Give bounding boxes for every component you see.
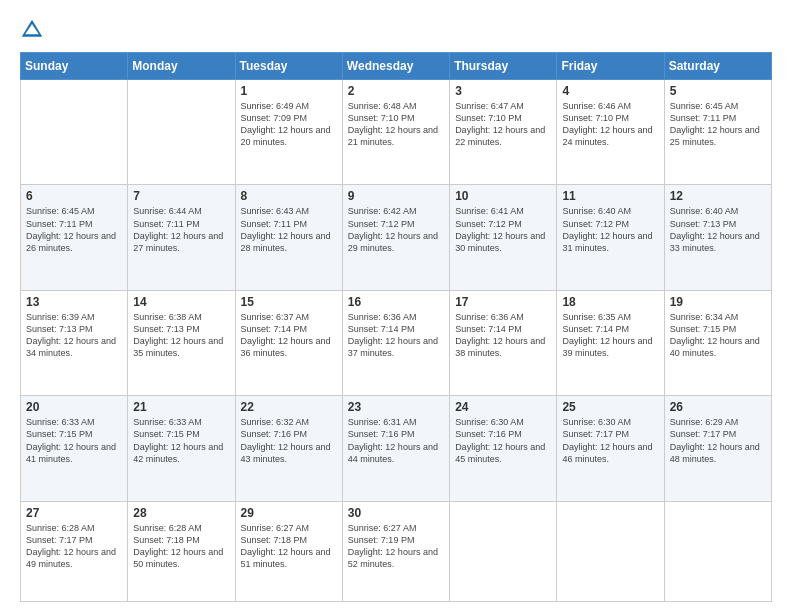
day-number: 30 [348,506,444,520]
calendar-cell: 17Sunrise: 6:36 AM Sunset: 7:14 PM Dayli… [450,290,557,395]
day-number: 2 [348,84,444,98]
day-number: 21 [133,400,229,414]
day-number: 12 [670,189,766,203]
cell-info: Sunrise: 6:34 AM Sunset: 7:15 PM Dayligh… [670,311,766,360]
cell-info: Sunrise: 6:30 AM Sunset: 7:16 PM Dayligh… [455,416,551,465]
day-number: 3 [455,84,551,98]
day-number: 29 [241,506,337,520]
calendar-cell: 7Sunrise: 6:44 AM Sunset: 7:11 PM Daylig… [128,185,235,290]
cell-info: Sunrise: 6:39 AM Sunset: 7:13 PM Dayligh… [26,311,122,360]
cell-info: Sunrise: 6:44 AM Sunset: 7:11 PM Dayligh… [133,205,229,254]
cell-info: Sunrise: 6:33 AM Sunset: 7:15 PM Dayligh… [26,416,122,465]
calendar-week-row: 13Sunrise: 6:39 AM Sunset: 7:13 PM Dayli… [21,290,772,395]
cell-info: Sunrise: 6:43 AM Sunset: 7:11 PM Dayligh… [241,205,337,254]
calendar-cell: 8Sunrise: 6:43 AM Sunset: 7:11 PM Daylig… [235,185,342,290]
calendar-cell: 28Sunrise: 6:28 AM Sunset: 7:18 PM Dayli… [128,501,235,601]
day-header: Sunday [21,53,128,80]
cell-info: Sunrise: 6:27 AM Sunset: 7:18 PM Dayligh… [241,522,337,571]
day-number: 14 [133,295,229,309]
calendar-cell: 26Sunrise: 6:29 AM Sunset: 7:17 PM Dayli… [664,396,771,501]
calendar-cell: 14Sunrise: 6:38 AM Sunset: 7:13 PM Dayli… [128,290,235,395]
day-number: 18 [562,295,658,309]
day-header: Saturday [664,53,771,80]
calendar-cell: 1Sunrise: 6:49 AM Sunset: 7:09 PM Daylig… [235,80,342,185]
calendar-cell: 21Sunrise: 6:33 AM Sunset: 7:15 PM Dayli… [128,396,235,501]
day-number: 27 [26,506,122,520]
day-number: 8 [241,189,337,203]
day-header: Monday [128,53,235,80]
cell-info: Sunrise: 6:41 AM Sunset: 7:12 PM Dayligh… [455,205,551,254]
day-number: 15 [241,295,337,309]
day-number: 17 [455,295,551,309]
calendar-cell: 27Sunrise: 6:28 AM Sunset: 7:17 PM Dayli… [21,501,128,601]
cell-info: Sunrise: 6:35 AM Sunset: 7:14 PM Dayligh… [562,311,658,360]
calendar-cell: 16Sunrise: 6:36 AM Sunset: 7:14 PM Dayli… [342,290,449,395]
header [20,18,772,42]
day-number: 19 [670,295,766,309]
calendar-cell: 30Sunrise: 6:27 AM Sunset: 7:19 PM Dayli… [342,501,449,601]
calendar-cell: 4Sunrise: 6:46 AM Sunset: 7:10 PM Daylig… [557,80,664,185]
calendar-cell: 24Sunrise: 6:30 AM Sunset: 7:16 PM Dayli… [450,396,557,501]
day-number: 7 [133,189,229,203]
day-number: 25 [562,400,658,414]
calendar-week-row: 20Sunrise: 6:33 AM Sunset: 7:15 PM Dayli… [21,396,772,501]
calendar-header-row: SundayMondayTuesdayWednesdayThursdayFrid… [21,53,772,80]
calendar-cell [664,501,771,601]
calendar-cell: 19Sunrise: 6:34 AM Sunset: 7:15 PM Dayli… [664,290,771,395]
logo-icon [20,18,44,42]
calendar-cell: 25Sunrise: 6:30 AM Sunset: 7:17 PM Dayli… [557,396,664,501]
calendar-cell: 12Sunrise: 6:40 AM Sunset: 7:13 PM Dayli… [664,185,771,290]
cell-info: Sunrise: 6:36 AM Sunset: 7:14 PM Dayligh… [455,311,551,360]
day-number: 28 [133,506,229,520]
calendar-cell [128,80,235,185]
cell-info: Sunrise: 6:28 AM Sunset: 7:18 PM Dayligh… [133,522,229,571]
cell-info: Sunrise: 6:30 AM Sunset: 7:17 PM Dayligh… [562,416,658,465]
calendar-cell: 13Sunrise: 6:39 AM Sunset: 7:13 PM Dayli… [21,290,128,395]
calendar-cell: 18Sunrise: 6:35 AM Sunset: 7:14 PM Dayli… [557,290,664,395]
calendar-cell [450,501,557,601]
day-header: Friday [557,53,664,80]
calendar-cell: 9Sunrise: 6:42 AM Sunset: 7:12 PM Daylig… [342,185,449,290]
cell-info: Sunrise: 6:36 AM Sunset: 7:14 PM Dayligh… [348,311,444,360]
logo [20,18,48,42]
calendar-cell [557,501,664,601]
day-number: 9 [348,189,444,203]
cell-info: Sunrise: 6:29 AM Sunset: 7:17 PM Dayligh… [670,416,766,465]
calendar-cell [21,80,128,185]
cell-info: Sunrise: 6:28 AM Sunset: 7:17 PM Dayligh… [26,522,122,571]
cell-info: Sunrise: 6:33 AM Sunset: 7:15 PM Dayligh… [133,416,229,465]
cell-info: Sunrise: 6:32 AM Sunset: 7:16 PM Dayligh… [241,416,337,465]
cell-info: Sunrise: 6:40 AM Sunset: 7:12 PM Dayligh… [562,205,658,254]
calendar-cell: 22Sunrise: 6:32 AM Sunset: 7:16 PM Dayli… [235,396,342,501]
calendar-week-row: 27Sunrise: 6:28 AM Sunset: 7:17 PM Dayli… [21,501,772,601]
day-number: 11 [562,189,658,203]
day-header: Wednesday [342,53,449,80]
calendar-cell: 3Sunrise: 6:47 AM Sunset: 7:10 PM Daylig… [450,80,557,185]
page: SundayMondayTuesdayWednesdayThursdayFrid… [0,0,792,612]
calendar-cell: 10Sunrise: 6:41 AM Sunset: 7:12 PM Dayli… [450,185,557,290]
cell-info: Sunrise: 6:42 AM Sunset: 7:12 PM Dayligh… [348,205,444,254]
day-number: 6 [26,189,122,203]
calendar-cell: 6Sunrise: 6:45 AM Sunset: 7:11 PM Daylig… [21,185,128,290]
cell-info: Sunrise: 6:49 AM Sunset: 7:09 PM Dayligh… [241,100,337,149]
calendar-cell: 29Sunrise: 6:27 AM Sunset: 7:18 PM Dayli… [235,501,342,601]
cell-info: Sunrise: 6:48 AM Sunset: 7:10 PM Dayligh… [348,100,444,149]
day-number: 20 [26,400,122,414]
day-number: 26 [670,400,766,414]
day-number: 24 [455,400,551,414]
calendar: SundayMondayTuesdayWednesdayThursdayFrid… [20,52,772,602]
cell-info: Sunrise: 6:38 AM Sunset: 7:13 PM Dayligh… [133,311,229,360]
calendar-week-row: 1Sunrise: 6:49 AM Sunset: 7:09 PM Daylig… [21,80,772,185]
calendar-cell: 15Sunrise: 6:37 AM Sunset: 7:14 PM Dayli… [235,290,342,395]
day-number: 1 [241,84,337,98]
day-number: 23 [348,400,444,414]
day-number: 16 [348,295,444,309]
calendar-cell: 23Sunrise: 6:31 AM Sunset: 7:16 PM Dayli… [342,396,449,501]
cell-info: Sunrise: 6:47 AM Sunset: 7:10 PM Dayligh… [455,100,551,149]
cell-info: Sunrise: 6:40 AM Sunset: 7:13 PM Dayligh… [670,205,766,254]
cell-info: Sunrise: 6:31 AM Sunset: 7:16 PM Dayligh… [348,416,444,465]
day-number: 5 [670,84,766,98]
cell-info: Sunrise: 6:27 AM Sunset: 7:19 PM Dayligh… [348,522,444,571]
calendar-week-row: 6Sunrise: 6:45 AM Sunset: 7:11 PM Daylig… [21,185,772,290]
cell-info: Sunrise: 6:45 AM Sunset: 7:11 PM Dayligh… [670,100,766,149]
